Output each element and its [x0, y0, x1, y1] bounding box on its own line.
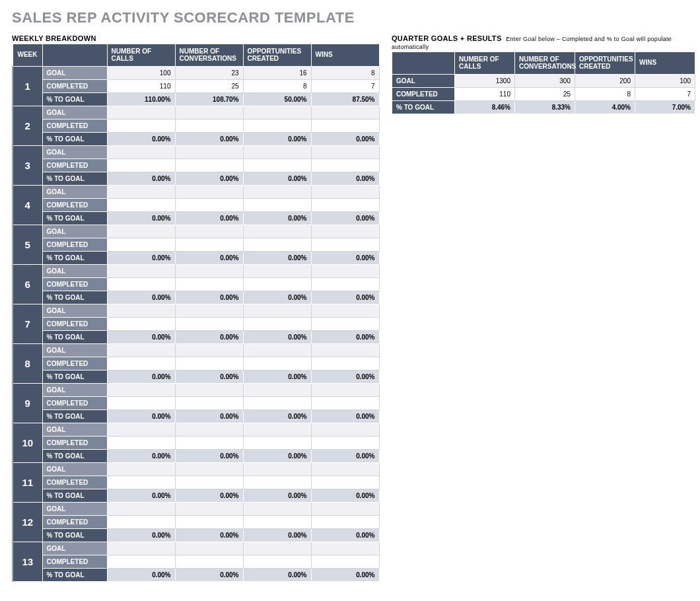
quarter-goal-conv[interactable]: 300: [515, 75, 575, 88]
cell-goal-calls[interactable]: [107, 542, 175, 555]
cell-completed-wins[interactable]: 7: [311, 80, 379, 93]
cell-goal-wins[interactable]: [311, 542, 379, 555]
cell-completed-opp[interactable]: [243, 516, 311, 529]
cell-goal-opp[interactable]: [243, 344, 311, 357]
cell-completed-calls[interactable]: [107, 476, 175, 489]
cell-completed-opp[interactable]: [243, 476, 311, 489]
quarter-goal-wins[interactable]: 100: [635, 75, 695, 88]
cell-completed-calls[interactable]: [107, 437, 175, 450]
cell-completed-opp[interactable]: [243, 437, 311, 450]
cell-goal-opp[interactable]: [243, 265, 311, 278]
cell-completed-wins[interactable]: [311, 238, 379, 252]
cell-completed-conv[interactable]: [175, 516, 243, 529]
cell-goal-conv[interactable]: [175, 542, 243, 555]
cell-completed-calls[interactable]: [107, 397, 175, 410]
cell-goal-calls[interactable]: [107, 146, 175, 159]
quarter-goal-calls[interactable]: 1300: [455, 75, 515, 88]
cell-goal-calls[interactable]: [107, 106, 175, 120]
cell-goal-calls[interactable]: [107, 304, 175, 318]
cell-completed-wins[interactable]: [311, 120, 379, 133]
cell-completed-conv[interactable]: [175, 397, 243, 410]
cell-goal-conv[interactable]: [175, 344, 243, 357]
cell-completed-calls[interactable]: [107, 318, 175, 331]
cell-goal-wins[interactable]: [311, 225, 379, 238]
cell-goal-calls[interactable]: 100: [107, 67, 175, 80]
cell-goal-conv[interactable]: [175, 384, 243, 397]
cell-goal-opp[interactable]: [243, 542, 311, 555]
cell-goal-conv[interactable]: [175, 463, 243, 476]
cell-completed-wins[interactable]: [311, 555, 379, 569]
cell-completed-conv[interactable]: 25: [175, 80, 243, 93]
cell-completed-wins[interactable]: [311, 437, 379, 450]
cell-completed-calls[interactable]: [107, 159, 175, 172]
cell-goal-opp[interactable]: [243, 304, 311, 318]
cell-goal-conv[interactable]: [175, 186, 243, 199]
cell-goal-opp[interactable]: [243, 463, 311, 476]
cell-goal-wins[interactable]: [311, 146, 379, 159]
cell-completed-wins[interactable]: [311, 318, 379, 331]
cell-completed-calls[interactable]: 110: [107, 80, 175, 93]
cell-completed-wins[interactable]: [311, 278, 379, 291]
cell-goal-wins[interactable]: [311, 384, 379, 397]
cell-completed-conv[interactable]: [175, 476, 243, 489]
cell-completed-wins[interactable]: [311, 199, 379, 212]
cell-completed-wins[interactable]: [311, 476, 379, 489]
cell-goal-calls[interactable]: [107, 186, 175, 199]
cell-completed-calls[interactable]: [107, 238, 175, 252]
cell-completed-conv[interactable]: [175, 357, 243, 371]
cell-completed-wins[interactable]: [311, 159, 379, 172]
cell-goal-calls[interactable]: [107, 463, 175, 476]
cell-completed-conv[interactable]: [175, 120, 243, 133]
cell-completed-calls[interactable]: [107, 199, 175, 212]
cell-goal-opp[interactable]: [243, 384, 311, 397]
cell-completed-conv[interactable]: [175, 437, 243, 450]
cell-goal-opp[interactable]: [243, 146, 311, 159]
cell-goal-opp[interactable]: [243, 503, 311, 516]
cell-goal-opp[interactable]: [243, 186, 311, 199]
cell-goal-conv[interactable]: [175, 225, 243, 238]
cell-goal-wins[interactable]: [311, 463, 379, 476]
cell-goal-opp[interactable]: [243, 423, 311, 437]
cell-completed-calls[interactable]: [107, 555, 175, 569]
cell-goal-wins[interactable]: [311, 423, 379, 437]
cell-completed-calls[interactable]: [107, 357, 175, 371]
cell-goal-opp[interactable]: [243, 106, 311, 120]
cell-completed-opp[interactable]: [243, 555, 311, 569]
cell-goal-conv[interactable]: [175, 146, 243, 159]
cell-completed-opp[interactable]: [243, 238, 311, 252]
cell-goal-calls[interactable]: [107, 344, 175, 357]
cell-completed-opp[interactable]: [243, 120, 311, 133]
cell-completed-opp[interactable]: [243, 397, 311, 410]
cell-goal-conv[interactable]: [175, 423, 243, 437]
cell-completed-conv[interactable]: [175, 318, 243, 331]
cell-completed-opp[interactable]: [243, 278, 311, 291]
cell-goal-conv[interactable]: [175, 265, 243, 278]
cell-goal-wins[interactable]: 8: [311, 67, 379, 80]
cell-completed-opp[interactable]: [243, 318, 311, 331]
cell-completed-calls[interactable]: [107, 120, 175, 133]
cell-completed-wins[interactable]: [311, 357, 379, 371]
cell-completed-opp[interactable]: [243, 159, 311, 172]
cell-goal-opp[interactable]: [243, 225, 311, 238]
cell-goal-conv[interactable]: [175, 503, 243, 516]
cell-completed-wins[interactable]: [311, 516, 379, 529]
cell-goal-conv[interactable]: [175, 106, 243, 120]
cell-goal-wins[interactable]: [311, 106, 379, 120]
cell-completed-opp[interactable]: 8: [243, 80, 311, 93]
cell-goal-conv[interactable]: [175, 304, 243, 318]
cell-completed-opp[interactable]: [243, 199, 311, 212]
cell-goal-calls[interactable]: [107, 225, 175, 238]
cell-completed-calls[interactable]: [107, 516, 175, 529]
cell-goal-wins[interactable]: [311, 265, 379, 278]
cell-completed-conv[interactable]: [175, 238, 243, 252]
cell-goal-calls[interactable]: [107, 384, 175, 397]
cell-completed-conv[interactable]: [175, 555, 243, 569]
cell-completed-conv[interactable]: [175, 159, 243, 172]
cell-goal-opp[interactable]: 16: [243, 67, 311, 80]
cell-completed-conv[interactable]: [175, 278, 243, 291]
cell-goal-conv[interactable]: 23: [175, 67, 243, 80]
cell-goal-calls[interactable]: [107, 265, 175, 278]
quarter-goal-opp[interactable]: 200: [575, 75, 635, 88]
cell-goal-wins[interactable]: [311, 186, 379, 199]
cell-completed-calls[interactable]: [107, 278, 175, 291]
